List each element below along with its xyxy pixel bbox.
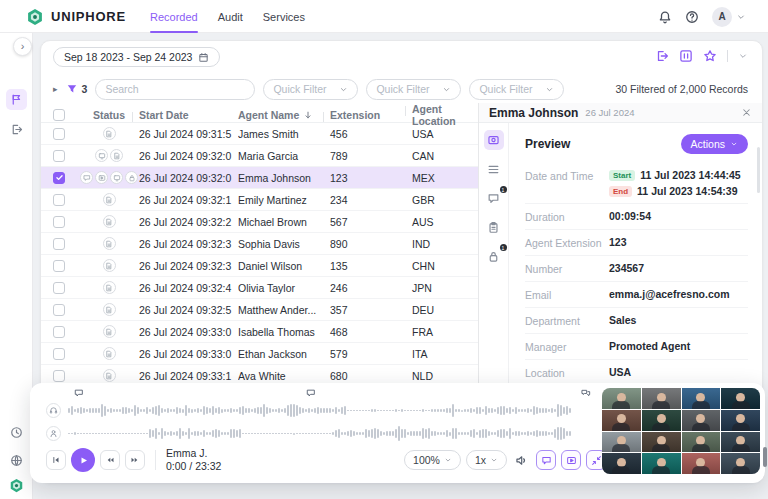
rail-item-globe[interactable] bbox=[6, 450, 27, 471]
video-view-button[interactable] bbox=[561, 450, 581, 470]
row-checkbox[interactable] bbox=[53, 172, 65, 184]
quick-filter-1[interactable]: Quick Filter bbox=[263, 79, 358, 100]
close-icon[interactable] bbox=[741, 107, 752, 118]
customer-track bbox=[46, 423, 606, 444]
panel-tab-clipboard[interactable] bbox=[484, 217, 504, 237]
quick-filter-3[interactable]: Quick Filter bbox=[469, 79, 564, 100]
agent-name-cell: Matthew Ander... bbox=[238, 304, 330, 316]
date-range-filter[interactable]: Sep 18 2023 - Sep 24 2023 bbox=[53, 47, 220, 67]
agent-name-cell: Michael Brown bbox=[238, 216, 330, 228]
rail-item-history[interactable] bbox=[6, 422, 27, 443]
app-header: UNIPHORE RecordedAuditServices A bbox=[0, 0, 768, 33]
panel-tab-lock[interactable]: 1 bbox=[484, 246, 504, 266]
row-checkbox[interactable] bbox=[53, 282, 65, 294]
rail-item-recordings[interactable] bbox=[6, 89, 27, 110]
rewind-button[interactable] bbox=[100, 450, 120, 470]
skip-start-button[interactable] bbox=[46, 450, 66, 470]
table-row[interactable]: 26 Jul 2024 09:32:2 Michael Brown 567 AU… bbox=[41, 211, 478, 233]
waveform-agent[interactable] bbox=[68, 400, 606, 421]
column-header[interactable]: Start Date bbox=[139, 109, 238, 121]
row-checkbox[interactable] bbox=[53, 238, 65, 250]
row-checkbox[interactable] bbox=[53, 348, 65, 360]
forward-button[interactable] bbox=[125, 450, 145, 470]
play-button[interactable] bbox=[71, 448, 95, 472]
select-all-checkbox[interactable] bbox=[53, 109, 65, 121]
skip-start-icon bbox=[51, 455, 61, 465]
waveform-customer[interactable] bbox=[68, 423, 606, 444]
row-checkbox[interactable] bbox=[53, 260, 65, 272]
fast-forward-icon bbox=[130, 455, 140, 465]
panel-scrollbar[interactable] bbox=[757, 147, 760, 193]
table-row[interactable]: 26 Jul 2024 09:32:0 Maria Garcia 789 CAN bbox=[41, 145, 478, 167]
help-icon[interactable] bbox=[685, 10, 699, 24]
tab-services[interactable]: Services bbox=[263, 0, 305, 33]
row-checkbox[interactable] bbox=[53, 128, 65, 140]
start-date-cell: 26 Jul 2024 09:33:0 bbox=[139, 348, 238, 360]
board-view-icon[interactable] bbox=[679, 49, 693, 63]
badge: 1 bbox=[500, 186, 507, 193]
doc-status-icon bbox=[103, 369, 116, 382]
chat-marker[interactable] bbox=[306, 388, 316, 398]
actions-button[interactable]: Actions bbox=[681, 134, 748, 154]
tab-recorded[interactable]: Recorded bbox=[150, 0, 198, 33]
column-header[interactable]: Status bbox=[79, 109, 139, 121]
search-input[interactable] bbox=[95, 79, 255, 100]
chat-marker[interactable] bbox=[74, 388, 84, 398]
row-checkbox[interactable] bbox=[53, 304, 65, 316]
filter-count[interactable]: 3 bbox=[66, 83, 88, 95]
expand-sidebar-button[interactable]: › bbox=[13, 37, 32, 56]
avatar[interactable]: A bbox=[712, 7, 732, 27]
table-row[interactable]: 26 Jul 2024 09:32:4 Olivia Taylor 246 JP… bbox=[41, 277, 478, 299]
chevron-down-icon bbox=[545, 85, 554, 94]
user-menu[interactable]: A bbox=[712, 7, 746, 27]
agent-location-cell: MEX bbox=[412, 172, 478, 184]
table-row[interactable]: 26 Jul 2024 09:32:3 Sophia Davis 890 IND bbox=[41, 233, 478, 255]
participants-video-grid[interactable] bbox=[602, 388, 760, 474]
agent-location-cell: IND bbox=[412, 238, 478, 250]
doc-status-icon bbox=[103, 303, 116, 316]
agent-location-cell: JPN bbox=[412, 282, 478, 294]
panel-tab-preview[interactable] bbox=[484, 130, 504, 150]
column-header[interactable]: Agent Location bbox=[412, 103, 478, 127]
panel-tab-chat[interactable]: 1 bbox=[484, 188, 504, 208]
export-icon[interactable] bbox=[655, 49, 669, 63]
zoom-select[interactable]: 100% bbox=[404, 450, 461, 470]
row-checkbox[interactable] bbox=[53, 370, 65, 382]
table-row[interactable]: 26 Jul 2024 09:32:5 Matthew Ander... 357… bbox=[41, 299, 478, 321]
collapse-filters-caret[interactable]: ▸ bbox=[53, 84, 58, 94]
column-header[interactable]: Extension bbox=[330, 109, 412, 121]
toolbar-actions bbox=[655, 49, 748, 63]
favorite-star-icon[interactable] bbox=[703, 49, 717, 63]
table-row[interactable]: 26 Jul 2024 09:33:0 Isabella Thomas 468 … bbox=[41, 321, 478, 343]
chevron-down-icon[interactable] bbox=[738, 51, 748, 61]
sort-desc-icon[interactable] bbox=[303, 110, 313, 120]
double-chat-marker[interactable] bbox=[581, 388, 591, 398]
row-checkbox[interactable] bbox=[53, 326, 65, 338]
agent-location-cell: ITA bbox=[412, 348, 478, 360]
row-checkbox[interactable] bbox=[53, 150, 65, 162]
speed-select[interactable]: 1x bbox=[466, 450, 507, 470]
bell-icon[interactable] bbox=[658, 10, 672, 24]
page-scrollbar[interactable] bbox=[763, 447, 767, 467]
rail-item-export[interactable] bbox=[6, 119, 27, 140]
table-row[interactable]: 26 Jul 2024 09:32:3 Daniel Wilson 135 CH… bbox=[41, 255, 478, 277]
panel-tab-list[interactable] bbox=[484, 159, 504, 179]
chevron-down-icon bbox=[444, 456, 452, 464]
row-checkbox[interactable] bbox=[53, 216, 65, 228]
agent-location-cell: CHN bbox=[412, 260, 478, 272]
table-row[interactable]: 26 Jul 2024 09:32:1 Emily Martinez 234 G… bbox=[41, 189, 478, 211]
transcript-chat-button[interactable] bbox=[536, 450, 556, 470]
extension-cell: 456 bbox=[330, 128, 412, 140]
extension-cell: 123 bbox=[330, 172, 412, 184]
tab-audit[interactable]: Audit bbox=[218, 0, 243, 33]
extension-cell: 579 bbox=[330, 348, 412, 360]
zoom-value: 100% bbox=[413, 454, 440, 466]
table-row[interactable]: 26 Jul 2024 09:32:0 Emma Johnson 123 MEX bbox=[41, 167, 478, 189]
agent-name-cell: Ethan Jackson bbox=[238, 348, 330, 360]
volume-icon[interactable] bbox=[515, 454, 528, 467]
quick-filter-2[interactable]: Quick Filter bbox=[366, 79, 461, 100]
row-checkbox[interactable] bbox=[53, 194, 65, 206]
table-row[interactable]: 26 Jul 2024 09:33:0 Ethan Jackson 579 IT… bbox=[41, 343, 478, 365]
column-header[interactable]: Agent Name bbox=[238, 109, 330, 121]
preview-icon bbox=[487, 134, 500, 147]
